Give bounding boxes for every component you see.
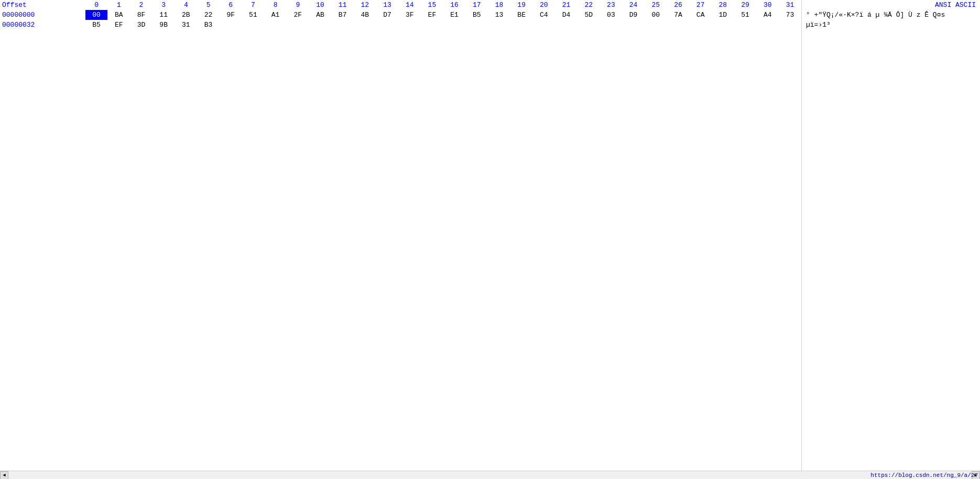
hex-cell[interactable] <box>465 20 488 30</box>
col-header-10[interactable]: 10 <box>309 0 332 10</box>
hex-cell[interactable]: 9F <box>220 10 242 20</box>
hex-cell[interactable]: 5D <box>578 10 600 20</box>
col-header-4[interactable]: 4 <box>175 0 198 10</box>
col-header-7[interactable]: 7 <box>242 0 265 10</box>
col-header-21[interactable]: 21 <box>555 0 578 10</box>
col-header-13[interactable]: 13 <box>376 0 399 10</box>
hex-cell[interactable]: 00 <box>645 10 667 20</box>
hex-cell[interactable] <box>600 20 623 30</box>
hex-cell[interactable] <box>622 20 645 30</box>
hex-cell[interactable]: 13 <box>488 10 510 20</box>
hex-cell[interactable]: EF <box>421 10 443 20</box>
col-header-5[interactable]: 5 <box>197 0 220 10</box>
hex-cell[interactable]: B5 <box>465 10 488 20</box>
offset-column-header: Offset <box>0 0 85 10</box>
hex-cell[interactable]: 8F <box>130 10 153 20</box>
col-header-8[interactable]: 8 <box>264 0 287 10</box>
hex-cell[interactable] <box>488 20 510 30</box>
hex-cell[interactable] <box>510 20 533 30</box>
scroll-left-button[interactable]: ◀ <box>0 471 8 480</box>
col-header-11[interactable]: 11 <box>331 0 354 10</box>
col-header-26[interactable]: 26 <box>667 0 690 10</box>
hex-cell[interactable] <box>533 20 556 30</box>
hex-cell[interactable] <box>421 20 443 30</box>
hex-cell[interactable]: 2F <box>287 10 309 20</box>
col-header-0[interactable]: 0 <box>85 0 108 10</box>
hex-cell[interactable]: 9B <box>153 20 175 30</box>
hex-cell[interactable]: 31 <box>175 20 198 30</box>
col-header-16[interactable]: 16 <box>443 0 466 10</box>
hex-cell[interactable]: D4 <box>555 10 578 20</box>
col-header-9[interactable]: 9 <box>287 0 309 10</box>
hex-cell[interactable] <box>331 20 354 30</box>
hex-cell[interactable] <box>779 20 801 30</box>
hex-cell[interactable] <box>354 20 376 30</box>
hex-cell[interactable]: EF <box>107 20 130 30</box>
col-header-15[interactable]: 15 <box>421 0 443 10</box>
hex-cell[interactable]: 4B <box>354 10 376 20</box>
col-header-30[interactable]: 30 <box>756 0 779 10</box>
hex-cell[interactable]: 2B <box>175 10 198 20</box>
hex-cell[interactable] <box>376 20 399 30</box>
col-header-17[interactable]: 17 <box>465 0 488 10</box>
col-header-25[interactable]: 25 <box>645 0 667 10</box>
col-header-3[interactable]: 3 <box>153 0 175 10</box>
hex-cell[interactable] <box>578 20 600 30</box>
hex-cell[interactable]: 22 <box>197 10 220 20</box>
col-header-2[interactable]: 2 <box>130 0 153 10</box>
col-header-18[interactable]: 18 <box>488 0 510 10</box>
hex-cell[interactable] <box>264 20 287 30</box>
col-header-6[interactable]: 6 <box>220 0 242 10</box>
hex-cell[interactable] <box>734 20 757 30</box>
hex-cell[interactable]: 00 <box>85 10 108 20</box>
hex-cell[interactable] <box>712 20 734 30</box>
hex-cell[interactable] <box>689 20 712 30</box>
hex-cell[interactable]: 73 <box>779 10 801 20</box>
col-header-22[interactable]: 22 <box>578 0 600 10</box>
col-header-19[interactable]: 19 <box>510 0 533 10</box>
col-header-31[interactable]: 31 <box>779 0 801 10</box>
col-header-29[interactable]: 29 <box>734 0 757 10</box>
hex-cell[interactable]: D9 <box>622 10 645 20</box>
col-header-12[interactable]: 12 <box>354 0 376 10</box>
col-header-14[interactable]: 14 <box>398 0 421 10</box>
hex-cell[interactable] <box>756 20 779 30</box>
hex-cell[interactable] <box>667 20 690 30</box>
col-header-23[interactable]: 23 <box>600 0 623 10</box>
hex-cell[interactable]: 51 <box>734 10 757 20</box>
hex-cell[interactable]: BE <box>510 10 533 20</box>
hex-cell[interactable]: C4 <box>533 10 556 20</box>
hex-cell[interactable]: 11 <box>153 10 175 20</box>
col-header-20[interactable]: 20 <box>533 0 556 10</box>
hex-cell[interactable]: B5 <box>85 20 108 30</box>
hex-cell[interactable]: B7 <box>331 10 354 20</box>
hex-cell[interactable]: 03 <box>600 10 623 20</box>
hex-cell[interactable] <box>220 20 242 30</box>
hex-cell[interactable]: BA <box>107 10 130 20</box>
col-header-28[interactable]: 28 <box>712 0 734 10</box>
hex-cell[interactable]: CA <box>689 10 712 20</box>
hex-cell[interactable] <box>443 20 466 30</box>
hex-cell[interactable] <box>645 20 667 30</box>
hex-cell[interactable]: 1D <box>712 10 734 20</box>
hex-cell[interactable] <box>309 20 332 30</box>
hex-cell[interactable] <box>242 20 265 30</box>
hex-cell[interactable]: B3 <box>197 20 220 30</box>
hex-cell[interactable]: 7A <box>667 10 690 20</box>
hex-cell[interactable]: A1 <box>264 10 287 20</box>
scroll-track[interactable] <box>8 472 972 479</box>
col-header-27[interactable]: 27 <box>689 0 712 10</box>
ascii-panel: ANSI ASCII ° +"ŸQ¡/«·K×?ï á µ ¾Ä Ô] Ù z … <box>802 0 980 479</box>
hex-cell[interactable]: 3F <box>398 10 421 20</box>
hex-cell[interactable] <box>555 20 578 30</box>
col-header-24[interactable]: 24 <box>622 0 645 10</box>
hex-cell[interactable]: A4 <box>756 10 779 20</box>
hex-cell[interactable] <box>398 20 421 30</box>
col-header-1[interactable]: 1 <box>107 0 130 10</box>
hex-cell[interactable] <box>287 20 309 30</box>
hex-cell[interactable]: AB <box>309 10 332 20</box>
hex-cell[interactable]: E1 <box>443 10 466 20</box>
hex-cell[interactable]: 3D <box>130 20 153 30</box>
hex-cell[interactable]: D7 <box>376 10 399 20</box>
hex-cell[interactable]: 51 <box>242 10 265 20</box>
